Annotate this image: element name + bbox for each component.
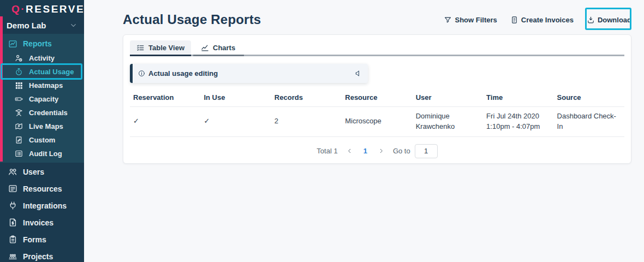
page-number[interactable]: 1: [361, 147, 369, 155]
workspace-name: Demo Lab: [7, 21, 46, 30]
cell-source: Dashboard Check-In: [554, 107, 624, 137]
sidebar-item-label: Users: [23, 168, 44, 176]
create-invoices-button[interactable]: Create Invoices: [510, 16, 574, 24]
stopwatch-icon: [14, 68, 23, 76]
app-logo: Q·RESERVE: [0, 0, 84, 15]
col-source: Source: [554, 89, 624, 107]
sidebar-item-live-maps[interactable]: Live Maps: [0, 120, 84, 133]
sidebar-item-label: Resources: [23, 184, 62, 193]
col-time: Time: [483, 89, 553, 107]
next-page-button[interactable]: [378, 148, 384, 154]
col-records: Records: [271, 89, 342, 107]
battery-icon: [14, 95, 23, 103]
tab-table-view-label: Table View: [148, 44, 184, 52]
sidebar-item-actual-usage[interactable]: Actual Usage: [0, 65, 84, 79]
user-name: Dominique Krawchenko: [416, 111, 465, 132]
sidebar-item-users[interactable]: Users: [0, 163, 84, 180]
sidebar-item-label: Invoices: [23, 218, 53, 227]
header-actions: Show Filters Create Invoices Download: [444, 16, 631, 24]
chevron-right-icon: [378, 148, 384, 154]
col-reservation: Reservation: [130, 89, 200, 107]
invoice-file-icon: [510, 16, 518, 24]
sidebar-item-activity[interactable]: Activity: [0, 51, 84, 65]
sidebar-item-label: Reports: [23, 39, 52, 48]
sidebar-item-invoices[interactable]: Invoices: [0, 214, 84, 231]
sidebar-item-reports[interactable]: Reports: [0, 36, 84, 51]
checklist-icon: [136, 44, 145, 52]
sidebar-item-audit-log[interactable]: Audit Log: [0, 147, 84, 160]
time-range: 1:10pm - 4:07pm: [486, 122, 549, 132]
download-button[interactable]: Download: [587, 16, 631, 24]
sidebar-item-forms[interactable]: Forms: [0, 231, 84, 248]
list-card-icon: [8, 184, 17, 193]
download-icon: [587, 16, 595, 24]
users-icon: [8, 167, 17, 176]
usage-table: Reservation In Use Records Resource User…: [130, 89, 624, 137]
grid-icon: [14, 81, 23, 90]
page-title: Actual Usage Reports: [123, 12, 261, 27]
cell-resource: Microscope: [342, 107, 412, 137]
logo-name: RESERVE: [26, 3, 85, 15]
main-content: Actual Usage Reports Show Filters Create…: [84, 0, 644, 262]
goto-page-input[interactable]: [415, 144, 438, 158]
goto-label: Go to: [393, 147, 410, 155]
pagination-total: Total 1: [317, 147, 337, 155]
sidebar-item-integrations[interactable]: Integrations: [0, 197, 84, 214]
workspace-selector[interactable]: Demo Lab: [0, 16, 84, 34]
sidebar-item-label: Forms: [23, 235, 46, 244]
chart-icon: [201, 44, 209, 52]
report-card: Table View Charts Actual usage editing: [123, 34, 631, 164]
tab-table-view[interactable]: Table View: [130, 40, 191, 56]
sidebar-item-heatmaps[interactable]: Heatmaps: [0, 79, 84, 92]
sidebar: Q·RESERVE Demo Lab Reports Activity Actu…: [0, 0, 84, 262]
list-box-icon: [14, 150, 23, 158]
info-icon: [138, 70, 145, 77]
sidebar-item-label: Actual Usage: [29, 68, 74, 76]
main-nav: Users Resources Integrations Invoices Fo…: [0, 163, 84, 262]
filter-icon: [444, 16, 452, 24]
time-date: Fri Jul 24th 2020: [486, 111, 549, 122]
create-invoices-label: Create Invoices: [521, 16, 574, 24]
cell-records: 2: [271, 107, 342, 137]
cell-reservation-check: ✓: [130, 107, 200, 137]
tab-charts-label: Charts: [213, 44, 235, 52]
col-in-use: In Use: [200, 89, 271, 107]
sidebar-item-label: Activity: [29, 54, 55, 62]
sidebar-item-label: Audit Log: [29, 150, 62, 158]
table-row[interactable]: ✓ ✓ 2 Microscope Dominique Krawchenko Fr…: [130, 107, 624, 137]
sidebar-item-custom[interactable]: Custom: [0, 133, 84, 147]
cell-in-use-check: ✓: [200, 107, 271, 137]
map-pin-icon: [14, 122, 23, 130]
banner-text: Actual usage editing: [148, 69, 218, 78]
pagination: Total 1 1 Go to: [130, 137, 624, 165]
sidebar-item-label: Custom: [29, 136, 55, 144]
sidebar-item-resources[interactable]: Resources: [0, 180, 84, 197]
cell-time: Fri Jul 24th 2020 1:10pm - 4:07pm: [483, 107, 553, 137]
sidebar-item-capacity[interactable]: Capacity: [0, 92, 84, 106]
team-icon: [8, 252, 17, 261]
col-resource: Resource: [342, 89, 412, 107]
prev-page-button[interactable]: [347, 148, 353, 154]
sidebar-item-projects[interactable]: Projects: [0, 248, 84, 262]
show-filters-button[interactable]: Show Filters: [444, 16, 497, 24]
tab-charts[interactable]: Charts: [193, 40, 244, 56]
announcement-speaker-icon[interactable]: [354, 70, 368, 77]
graduate-icon: [14, 109, 23, 117]
chevron-down-icon: [69, 21, 77, 29]
chart-line-icon: [8, 39, 17, 49]
tab-bar: Table View Charts: [130, 40, 624, 56]
logo-q-mark: Q·: [11, 3, 26, 15]
plug-icon: [8, 201, 17, 210]
sidebar-item-credentials[interactable]: Credentials: [0, 106, 84, 120]
sidebar-item-label: Integrations: [23, 201, 67, 210]
sidebar-item-label: Credentials: [29, 109, 68, 117]
sidebar-item-label: Projects: [23, 252, 53, 261]
sidebar-item-label: Live Maps: [29, 122, 63, 130]
show-filters-label: Show Filters: [455, 16, 497, 24]
col-user: User: [413, 89, 483, 107]
reports-nav-group: Reports Activity Actual Usage Heatmaps C…: [0, 34, 84, 163]
actual-usage-editing-banner[interactable]: Actual usage editing: [130, 64, 368, 83]
document-edit-icon: [14, 136, 23, 144]
clipboard-icon: [8, 235, 17, 244]
cell-user: Dominique Krawchenko: [413, 107, 483, 137]
